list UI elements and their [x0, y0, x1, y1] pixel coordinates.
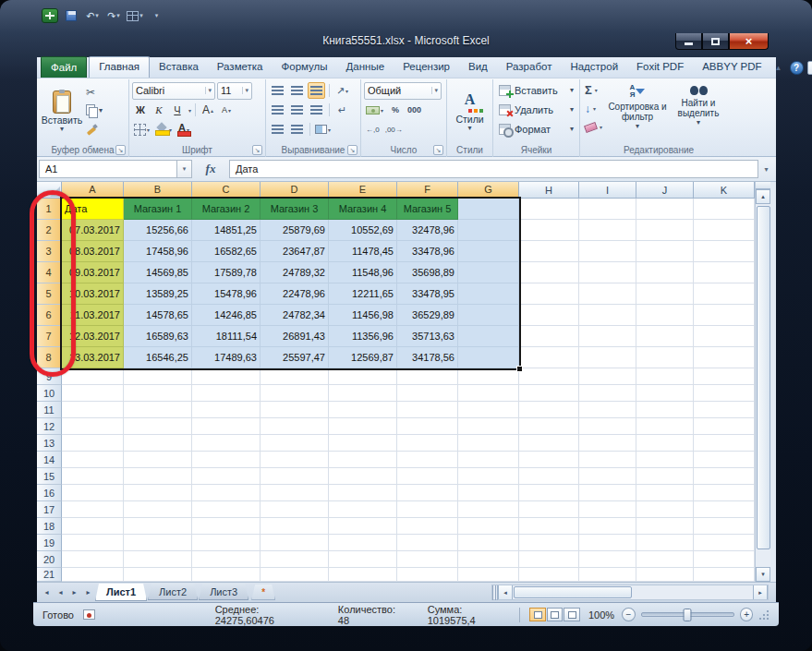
- decrease-indent-button[interactable]: [269, 121, 286, 138]
- cell-I8[interactable]: [579, 347, 636, 368]
- cell-F11[interactable]: [397, 402, 458, 418]
- cell-E20[interactable]: [329, 551, 397, 568]
- cell-F4[interactable]: 35698,89: [397, 262, 458, 283]
- cell-F16[interactable]: [397, 485, 458, 501]
- cell-D1[interactable]: Магазин 3: [261, 199, 329, 220]
- cell-I9[interactable]: [579, 368, 636, 385]
- cell-F10[interactable]: [397, 385, 458, 402]
- ribbon-tab-Главная[interactable]: Главная: [89, 56, 150, 78]
- cell-B12[interactable]: [124, 418, 192, 435]
- column-header-K[interactable]: K: [694, 182, 755, 199]
- cell-D4[interactable]: 24789,32: [261, 262, 329, 283]
- align-middle-button[interactable]: [288, 82, 306, 99]
- cell-I1[interactable]: [579, 199, 636, 220]
- cell-B4[interactable]: 14569,85: [124, 262, 192, 283]
- cell-J17[interactable]: [636, 501, 694, 518]
- cell-A15[interactable]: [62, 468, 124, 485]
- save-icon[interactable]: [62, 7, 80, 24]
- delete-cells-button[interactable]: Удалить▾: [496, 101, 576, 119]
- cell-G19[interactable]: [458, 535, 519, 551]
- cell-C18[interactable]: [192, 518, 261, 535]
- number-format-select[interactable]: Общий▾: [364, 82, 442, 100]
- row-header-3[interactable]: 3: [37, 241, 62, 262]
- align-right-button[interactable]: [308, 102, 325, 118]
- qat-customize-icon[interactable]: ▾: [147, 7, 165, 24]
- fill-color-button[interactable]: ▾: [153, 121, 174, 138]
- cell-G12[interactable]: [458, 418, 519, 435]
- cell-D5[interactable]: 22478,96: [261, 283, 329, 305]
- help-icon[interactable]: ?: [790, 61, 804, 75]
- cell-B15[interactable]: [124, 468, 192, 485]
- cell-C3[interactable]: 16582,65: [192, 241, 261, 262]
- cell-A19[interactable]: [62, 535, 124, 551]
- insert-function-button[interactable]: fx: [206, 162, 216, 176]
- cell-D8[interactable]: 25597,47: [261, 347, 329, 368]
- cell-B11[interactable]: [124, 402, 192, 418]
- cell-J2[interactable]: [636, 220, 694, 241]
- cell-E13[interactable]: [329, 435, 397, 452]
- cell-A17[interactable]: [62, 501, 124, 518]
- cell-B1[interactable]: Магазин 1: [124, 199, 192, 220]
- cell-H7[interactable]: [519, 326, 579, 347]
- cell-C13[interactable]: [192, 435, 261, 452]
- cell-A9[interactable]: [62, 368, 124, 385]
- cell-K13[interactable]: [694, 435, 755, 452]
- cell-A8[interactable]: 13.03.2017: [62, 347, 124, 368]
- cell-G18[interactable]: [458, 518, 519, 535]
- cell-C8[interactable]: 17489,63: [192, 347, 261, 368]
- cell-K4[interactable]: [694, 262, 755, 283]
- cell-E15[interactable]: [329, 468, 397, 485]
- styles-button[interactable]: А Стили ▾: [450, 81, 490, 141]
- zoom-slider-thumb[interactable]: [684, 609, 692, 621]
- cell-B14[interactable]: [124, 452, 192, 468]
- cell-K8[interactable]: [694, 347, 755, 368]
- cell-K18[interactable]: [694, 518, 755, 535]
- cell-G1[interactable]: [458, 199, 519, 220]
- cell-C2[interactable]: 14851,25: [192, 220, 261, 241]
- cell-K1[interactable]: [694, 199, 755, 220]
- cell-F6[interactable]: 36529,89: [397, 305, 458, 326]
- cell-K11[interactable]: [694, 402, 755, 418]
- column-header-H[interactable]: H: [519, 182, 579, 199]
- cell-C9[interactable]: [192, 368, 261, 385]
- zoom-in-button[interactable]: +: [740, 608, 754, 621]
- row-header-18[interactable]: 18: [37, 518, 62, 535]
- sheet-tab-Лист2[interactable]: Лист2: [148, 584, 198, 600]
- cell-I10[interactable]: [579, 385, 636, 402]
- name-box-caret-icon[interactable]: ▾: [177, 160, 192, 178]
- cell-E10[interactable]: [329, 385, 397, 402]
- cell-K3[interactable]: [694, 241, 755, 262]
- fill-handle[interactable]: [516, 366, 523, 372]
- cell-J15[interactable]: [636, 468, 694, 485]
- insert-cells-button[interactable]: Вставить▾: [496, 81, 576, 100]
- cell-F8[interactable]: 34178,56: [397, 347, 458, 368]
- cell-A4[interactable]: 09.03.2017: [62, 262, 124, 283]
- row-header-2[interactable]: 2: [37, 220, 62, 241]
- column-header-C[interactable]: C: [192, 182, 261, 199]
- align-center-button[interactable]: [288, 102, 306, 118]
- increase-decimal-button[interactable]: ←,0: [364, 121, 382, 138]
- cell-J18[interactable]: [636, 518, 694, 535]
- page-layout-view-button[interactable]: [547, 608, 564, 621]
- font-color-button[interactable]: А▾: [176, 121, 192, 138]
- page-break-view-button[interactable]: [564, 608, 580, 621]
- cell-F14[interactable]: [397, 452, 458, 468]
- cell-H16[interactable]: [519, 485, 579, 501]
- cell-G10[interactable]: [458, 385, 519, 402]
- cell-J1[interactable]: [636, 199, 694, 220]
- ribbon-tab-Формулы[interactable]: Формулы: [273, 56, 337, 78]
- prev-sheet-button[interactable]: ◂: [54, 585, 67, 600]
- cell-D16[interactable]: [261, 485, 329, 501]
- cell-A20[interactable]: [62, 551, 124, 568]
- cell-I5[interactable]: [579, 283, 636, 305]
- normal-view-button[interactable]: [529, 608, 546, 621]
- orientation-button[interactable]: ↗▾: [333, 82, 351, 99]
- cell-A12[interactable]: [62, 418, 124, 435]
- grow-font-button[interactable]: А▴: [200, 102, 216, 118]
- cell-G8[interactable]: [458, 347, 519, 368]
- merge-center-button[interactable]: ▾: [314, 121, 332, 138]
- cell-D17[interactable]: [261, 501, 329, 518]
- italic-button[interactable]: К: [151, 102, 167, 118]
- cell-G3[interactable]: [458, 241, 519, 262]
- cell-F1[interactable]: Магазин 5: [397, 199, 458, 220]
